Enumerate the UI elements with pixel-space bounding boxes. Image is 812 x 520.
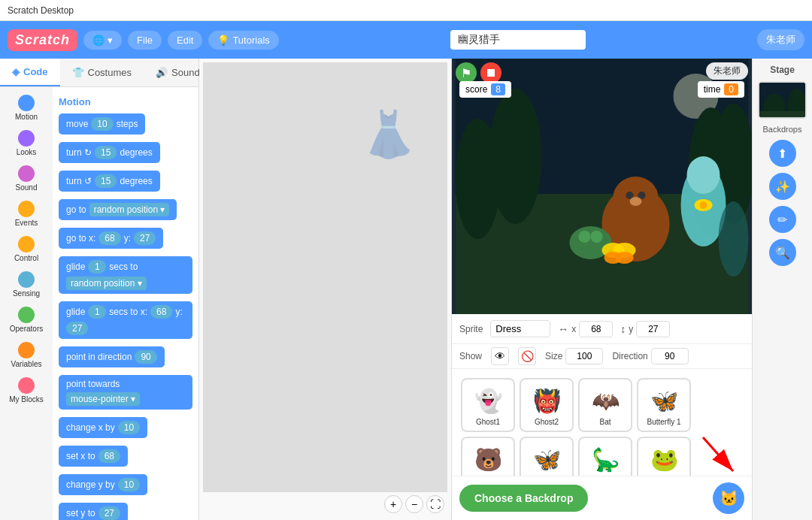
block-glide-val[interactable]: 1	[88, 260, 106, 274]
block-glide-xy-val[interactable]: 1	[88, 305, 106, 319]
block-point-towards[interactable]: point towards mouse-pointer ▾	[59, 375, 192, 410]
block-set-y[interactable]: set y to 27	[59, 503, 128, 520]
block-change-y[interactable]: change y by 10	[59, 474, 147, 495]
category-my-blocks[interactable]: My Blocks	[2, 373, 50, 407]
sprite-card-dinosaur1[interactable]: 🦕 Dinosaur1	[578, 437, 632, 476]
tab-bar: ◈ Code 👕 Costumes 🔊 Sounds	[0, 59, 198, 87]
category-control[interactable]: Control	[2, 232, 50, 266]
block-move[interactable]: move 10 steps	[59, 113, 145, 135]
sprite-label-text: Sprite	[459, 324, 483, 334]
category-operators[interactable]: Operators	[2, 303, 50, 337]
category-variables[interactable]: Variables	[2, 338, 50, 372]
block-goto-random[interactable]: go to random position ▾	[59, 199, 177, 220]
paint-backdrop-button[interactable]: ✏	[769, 206, 796, 233]
upload-backdrop-button[interactable]: ⬆	[769, 140, 796, 167]
upload-icon: ⬆	[777, 147, 787, 161]
block-goto-y-val[interactable]: 27	[134, 231, 156, 245]
score-label: score	[465, 84, 487, 95]
canvas-controls: + − ⛶	[203, 492, 447, 516]
block-turn-ccw-val[interactable]: 15	[95, 174, 117, 188]
sprite-card-ghost1[interactable]: 👻 Ghost1	[461, 378, 515, 432]
block-glide-xy[interactable]: glide 1 secs to x: 68 y: 27	[59, 301, 192, 339]
block-change-y-label: change y by	[66, 479, 115, 490]
size-input[interactable]	[565, 348, 603, 364]
svg-rect-32	[759, 111, 807, 119]
block-glide-random[interactable]: glide 1 secs to random position ▾	[59, 256, 192, 294]
sprite-name-input[interactable]	[490, 320, 550, 337]
block-move-val[interactable]: 10	[91, 117, 113, 131]
block-set-x-val[interactable]: 68	[98, 449, 120, 463]
sprite-card-bear[interactable]: 🐻 Bear	[461, 437, 515, 476]
y-input[interactable]	[636, 321, 670, 337]
sprite-card-butterfly1[interactable]: 🦋 Butterfly 1	[637, 378, 691, 432]
fullscreen-button[interactable]: ⛶	[426, 495, 444, 513]
category-looks[interactable]: Looks	[2, 126, 50, 160]
block-turn-cw[interactable]: turn ↻ 15 degrees	[59, 142, 160, 163]
zoom-out-button[interactable]: −	[405, 495, 423, 513]
block-change-y-val[interactable]: 10	[118, 478, 140, 491]
x-label: x	[571, 324, 576, 334]
choose-backdrop-button[interactable]: Choose a Backdrop	[459, 485, 588, 512]
hidden-button[interactable]: 🚫	[518, 347, 536, 365]
magic-backdrop-button[interactable]: ✨	[769, 173, 796, 200]
block-set-y-val[interactable]: 27	[98, 506, 120, 520]
category-motion[interactable]: Motion	[2, 91, 50, 125]
blocks-list: Motion move 10 steps turn ↻ 15 degrees	[53, 87, 198, 520]
add-sprite-button[interactable]: 🐱	[713, 482, 744, 514]
stop-button[interactable]: ⏹	[480, 62, 501, 83]
block-change-x-val[interactable]: 10	[118, 421, 140, 434]
block-goto-xy[interactable]: go to x: 68 y: 27	[59, 228, 163, 249]
search-backdrop-button[interactable]: 🔍	[769, 239, 796, 266]
top-navigation: Scratch 🌐 ▾ File Edit 💡 Tutorials 朱老师	[0, 21, 812, 59]
sprite-card-frog[interactable]: 🐸 Frog	[637, 437, 691, 476]
block-goto-x-val[interactable]: 68	[98, 231, 120, 245]
block-glide-xy-y[interactable]: 27	[66, 322, 88, 335]
cat-icon: 🐱	[720, 489, 738, 507]
block-turn-cw-val[interactable]: 15	[95, 146, 117, 159]
direction-info: Direction	[612, 348, 688, 364]
block-point-dir[interactable]: point in direction 90	[59, 346, 165, 367]
block-glide-xy-x[interactable]: 68	[150, 305, 172, 319]
block-change-x[interactable]: change x by 10	[59, 417, 147, 438]
file-menu-button[interactable]: File	[128, 31, 162, 50]
category-events[interactable]: Events	[2, 197, 50, 231]
block-glide-xy-label: glide	[66, 307, 85, 317]
zoom-in-button[interactable]: +	[384, 495, 402, 513]
sprite-info-bar: Sprite ↔ x ↕ y	[452, 314, 752, 344]
x-input[interactable]	[579, 321, 613, 337]
block-point-towards-dropdown[interactable]: mouse-pointer ▾	[66, 392, 140, 406]
globe-button[interactable]: 🌐 ▾	[83, 31, 122, 50]
svg-point-25	[616, 252, 634, 264]
direction-input[interactable]	[651, 348, 689, 364]
frog-thumb: 🐸	[647, 443, 681, 476]
block-goto-dropdown[interactable]: random position ▾	[89, 203, 170, 216]
block-set-x-label: set x to	[66, 451, 95, 461]
block-set-x[interactable]: set x to 68	[59, 446, 128, 467]
project-name-input[interactable]	[450, 30, 586, 50]
y-label: y	[629, 324, 633, 334]
tutorials-button[interactable]: 💡 Tutorials	[208, 31, 278, 50]
category-sensing[interactable]: Sensing	[2, 268, 50, 301]
sprite-card-bat[interactable]: 🦇 Bat	[578, 378, 632, 432]
block-glide-dropdown[interactable]: random position ▾	[66, 277, 147, 290]
visible-button[interactable]: 👁	[491, 347, 509, 365]
sprite-card-butterfly2[interactable]: 🦋 Butterfly 2	[520, 437, 574, 476]
motion-section-title: Motion	[59, 96, 192, 107]
tab-costumes[interactable]: 👕 Costumes	[60, 59, 144, 86]
stage-thumbnail[interactable]	[758, 81, 807, 119]
block-point-dir-val[interactable]: 90	[135, 350, 156, 364]
category-sound-label: Sound	[16, 183, 38, 192]
block-turn-cw-label: turn ↻	[66, 147, 92, 158]
block-turn-ccw[interactable]: turn ↺ 15 degrees	[59, 171, 160, 192]
green-flag-button[interactable]: ⚑	[456, 62, 477, 83]
sprite-card-ghost2[interactable]: 👹 Ghost2	[520, 378, 574, 432]
user-button[interactable]: 朱老师	[757, 29, 804, 50]
tab-code[interactable]: ◈ Code	[0, 59, 60, 86]
svg-point-16	[687, 156, 720, 194]
score-value: 8	[491, 83, 505, 95]
category-sound[interactable]: Sound	[2, 162, 50, 195]
block-goto-xy-label: go to x:	[66, 233, 95, 243]
bat-thumb: 🦇	[589, 384, 623, 418]
butterfly1-name: Butterfly 1	[647, 418, 680, 426]
edit-menu-button[interactable]: Edit	[168, 31, 202, 50]
